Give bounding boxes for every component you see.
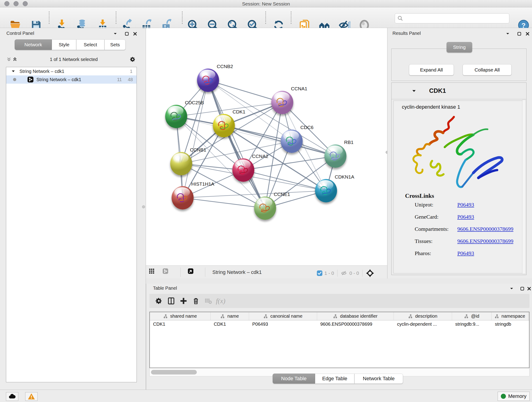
window-title: Session: New Session xyxy=(0,1,532,7)
results-panel-close-icon[interactable] xyxy=(525,31,530,37)
tab-sets[interactable]: Sets xyxy=(104,39,126,50)
protein-ribbon-thumbnail xyxy=(175,191,190,204)
main-toolbar: ? xyxy=(0,7,532,28)
collection-count: 1 xyxy=(130,69,133,74)
delete-column-icon[interactable] xyxy=(190,296,202,306)
delete-table-icon[interactable] xyxy=(202,296,215,306)
crosslink-link[interactable]: 9606.ENSP00000378699 xyxy=(457,226,513,232)
protein-structure-image xyxy=(405,113,515,204)
add-column-icon[interactable] xyxy=(177,296,190,306)
show-columns-icon[interactable] xyxy=(165,296,177,306)
node-cdc6[interactable] xyxy=(281,129,303,153)
node-cdk1[interactable] xyxy=(213,114,235,137)
protein-ribbon-thumbnail xyxy=(169,110,183,123)
crosslink-link[interactable]: P06493 xyxy=(457,250,474,256)
table-settings-gear-icon[interactable] xyxy=(152,296,165,306)
tab-string[interactable]: String xyxy=(447,42,472,52)
tab-network-table[interactable]: Network Table xyxy=(355,374,403,384)
network-view-title: String Network – cdk1 xyxy=(212,269,262,275)
selected-checkbox-icon[interactable] xyxy=(317,270,323,276)
tab-node-table[interactable]: Node Table xyxy=(273,374,315,384)
network-canvas[interactable]: CCNB2CCNA1CDC25BCDK1CDC6RB1CCNB1CCNA2CDK… xyxy=(146,28,387,265)
node-ccna2[interactable] xyxy=(232,158,254,182)
attribute-type-icon xyxy=(264,314,268,319)
expand-all-button[interactable]: Expand All xyxy=(409,64,454,75)
attribute-type-icon xyxy=(408,314,413,319)
cell-name[interactable]: CDK1 xyxy=(210,320,249,328)
left-splitter-handle[interactable] xyxy=(142,205,145,208)
grid-view-icon[interactable] xyxy=(149,268,155,274)
node-label-rb1: RB1 xyxy=(344,140,354,145)
cell-namespace[interactable]: stringdb xyxy=(492,320,528,328)
crosslink-link[interactable]: 9606.ENSP00000378699 xyxy=(457,238,513,244)
attribute-type-icon xyxy=(495,314,499,319)
collapse-all-button[interactable]: Collapse All xyxy=(462,64,512,75)
section-collapse-icon[interactable] xyxy=(412,89,416,93)
table-panel: Table Panel f(x) shared namenamecanonica… xyxy=(146,284,532,390)
node-cdkn1a[interactable] xyxy=(315,179,337,202)
column-header-name[interactable]: name xyxy=(210,312,249,320)
network-thumbnail-icon[interactable] xyxy=(162,268,168,274)
control-panel-collapse-icon[interactable] xyxy=(112,31,118,37)
detach-view-icon[interactable] xyxy=(188,268,194,274)
control-panel-close-icon[interactable] xyxy=(132,31,138,37)
node-hist1h1a[interactable] xyxy=(172,186,194,210)
memory-button[interactable]: Memory xyxy=(498,392,530,401)
node-section-header[interactable]: CDK1 xyxy=(392,83,526,99)
column-header-database-identifier[interactable]: database identifier xyxy=(317,312,394,320)
cell-database-identifier[interactable]: 9606.ENSP00000378699 xyxy=(317,320,394,328)
table-panel-collapse-icon[interactable] xyxy=(509,286,515,292)
memory-status-dot xyxy=(501,394,506,399)
table-panel-close-icon[interactable] xyxy=(526,286,532,292)
column-header-canonical-name[interactable]: canonical name xyxy=(249,312,317,320)
column-header--id[interactable]: @id xyxy=(452,312,492,320)
function-builder-icon[interactable]: f(x) xyxy=(215,296,227,306)
results-panel-collapse-icon[interactable] xyxy=(505,31,511,37)
network-selection-summary: 1 of 1 Network selected xyxy=(18,57,130,62)
horizontal-splitter[interactable] xyxy=(146,279,532,284)
cell--id[interactable]: stringdb:9... xyxy=(452,320,492,328)
node-ccnb1[interactable] xyxy=(170,152,192,175)
expand-all-tree-icon[interactable] xyxy=(12,56,18,62)
crosslink-link[interactable]: P06493 xyxy=(457,214,474,220)
network-collection-row[interactable]: String Network – cdk1 1 xyxy=(6,67,137,75)
crosslink-link[interactable]: P06493 xyxy=(457,202,474,208)
results-scrollbar[interactable] xyxy=(522,100,526,274)
table-row[interactable]: CDK1CDK1P064939606.ENSP00000378699cyclin… xyxy=(150,320,529,328)
fit-content-crosshair-icon[interactable] xyxy=(366,269,374,278)
toolbar-separator xyxy=(49,12,50,24)
tab-network[interactable]: Network xyxy=(15,39,52,50)
cloud-status-button[interactable] xyxy=(6,392,18,401)
tab-select[interactable]: Select xyxy=(76,39,104,50)
network-options-gear-icon[interactable] xyxy=(130,56,136,62)
crosslink-row: Tissues:9606.ENSP00000378699 xyxy=(394,238,524,249)
network-view-dot-icon xyxy=(13,78,16,81)
search-box[interactable] xyxy=(395,13,509,23)
node-cdc25b[interactable] xyxy=(165,105,187,128)
node-ccna1[interactable] xyxy=(271,91,293,114)
node-ccne1[interactable] xyxy=(254,196,276,220)
scrollbar-thumb[interactable] xyxy=(151,370,197,375)
table-panel-float-icon[interactable] xyxy=(519,286,525,292)
cell-shared-name[interactable]: CDK1 xyxy=(150,320,210,328)
control-panel-float-icon[interactable] xyxy=(124,31,130,37)
cell-description[interactable]: cyclin-dependent ... xyxy=(394,320,452,328)
results-panel-float-icon[interactable] xyxy=(516,31,522,37)
node-rb1[interactable] xyxy=(324,144,346,168)
node-table[interactable]: shared namenamecanonical namedatabase id… xyxy=(149,312,530,368)
network-row[interactable]: String Network – cdk1 11 48 xyxy=(6,75,137,84)
tab-style[interactable]: Style xyxy=(52,39,76,50)
node-label-cdc25b: CDC25B xyxy=(185,100,204,105)
search-input[interactable] xyxy=(403,16,504,21)
column-header-namespace[interactable]: namespace xyxy=(492,312,528,320)
column-header-shared-name[interactable]: shared name xyxy=(150,312,210,320)
collapse-all-tree-icon[interactable] xyxy=(6,56,12,62)
node-ccnb2[interactable] xyxy=(197,69,219,92)
crosslink-row: Compartments:9606.ENSP00000378699 xyxy=(394,226,524,236)
tab-edge-table[interactable]: Edge Table xyxy=(315,374,355,384)
column-header-description[interactable]: description xyxy=(394,312,452,320)
crosslink-label: GeneCard: xyxy=(415,214,438,220)
cell-canonical-name[interactable]: P06493 xyxy=(249,320,317,328)
warnings-button[interactable] xyxy=(25,392,38,401)
tree-expand-icon[interactable] xyxy=(11,69,15,73)
